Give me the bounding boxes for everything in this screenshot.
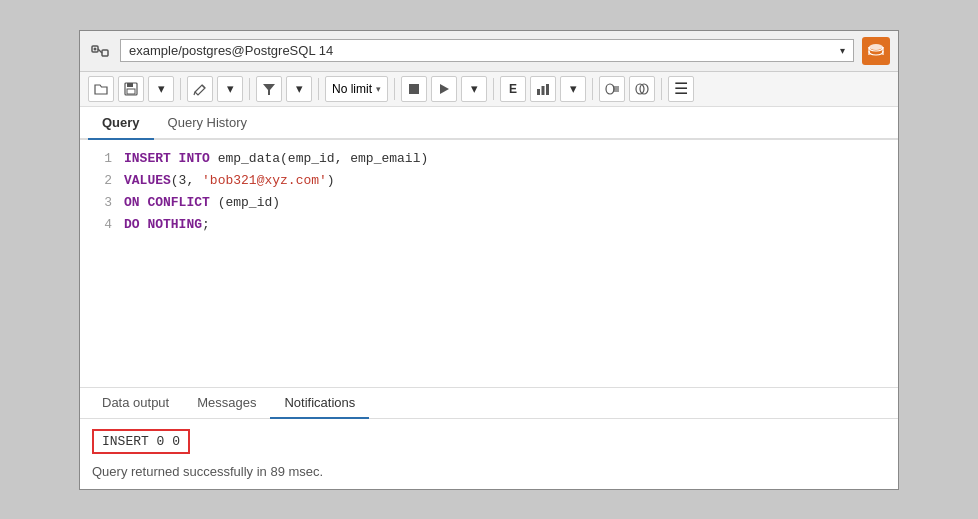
code-line-3: 3 ON CONFLICT (emp_id) bbox=[80, 192, 898, 214]
svg-rect-15 bbox=[537, 89, 540, 95]
main-window: example/postgres@PostgreSQL 14 ▾ ▾ ▾ bbox=[79, 30, 899, 490]
results-tabs-bar: Data output Messages Notifications bbox=[80, 388, 898, 419]
code-content-2: VALUES(3, 'bob321@xyz.com') bbox=[124, 170, 335, 192]
open-file-button[interactable] bbox=[88, 76, 114, 102]
svg-rect-9 bbox=[127, 89, 135, 94]
tab-notifications[interactable]: Notifications bbox=[270, 388, 369, 419]
stop-button[interactable] bbox=[401, 76, 427, 102]
code-line-4: 4 DO NOTHING; bbox=[80, 214, 898, 236]
caret-save-button[interactable]: ▾ bbox=[148, 76, 174, 102]
connection-icon bbox=[88, 39, 112, 63]
separator3 bbox=[318, 78, 319, 100]
save-button[interactable] bbox=[118, 76, 144, 102]
connection-bar: example/postgres@PostgreSQL 14 ▾ bbox=[80, 31, 898, 72]
insert-result-badge: INSERT 0 0 bbox=[92, 429, 190, 454]
connection-dropdown[interactable]: example/postgres@PostgreSQL 14 ▾ bbox=[120, 39, 854, 62]
svg-rect-13 bbox=[409, 84, 419, 94]
line-number-1: 1 bbox=[88, 148, 112, 170]
caret-filter-button[interactable]: ▾ bbox=[286, 76, 312, 102]
tab-messages[interactable]: Messages bbox=[183, 388, 270, 419]
svg-rect-1 bbox=[102, 50, 108, 56]
limit-dropdown[interactable]: No limit ▾ bbox=[325, 76, 388, 102]
chart-button[interactable] bbox=[530, 76, 556, 102]
tab-query[interactable]: Query bbox=[88, 107, 154, 140]
svg-marker-14 bbox=[440, 84, 449, 94]
svg-line-11 bbox=[194, 92, 195, 95]
menu-button[interactable]: ☰ bbox=[668, 76, 694, 102]
code-line-1: 1 INSERT INTO emp_data(emp_id, emp_email… bbox=[80, 148, 898, 170]
separator7 bbox=[661, 78, 662, 100]
database-server-icon bbox=[862, 37, 890, 65]
macros-button[interactable] bbox=[599, 76, 625, 102]
toolbar: ▾ ▾ ▾ No limit ▾ ▾ E ▾ bbox=[80, 72, 898, 107]
explain-button[interactable]: E bbox=[500, 76, 526, 102]
filter-button[interactable] bbox=[256, 76, 282, 102]
svg-rect-17 bbox=[546, 84, 549, 95]
separator6 bbox=[592, 78, 593, 100]
limit-label: No limit bbox=[332, 82, 372, 96]
caret-edit-button[interactable]: ▾ bbox=[217, 76, 243, 102]
line-number-3: 3 bbox=[88, 192, 112, 214]
results-area: Data output Messages Notifications INSER… bbox=[80, 388, 898, 489]
line-number-4: 4 bbox=[88, 214, 112, 236]
limit-caret-icon: ▾ bbox=[376, 84, 381, 94]
tab-data-output[interactable]: Data output bbox=[88, 388, 183, 419]
caret-run-button[interactable]: ▾ bbox=[461, 76, 487, 102]
edit-button[interactable] bbox=[187, 76, 213, 102]
connection-label: example/postgres@PostgreSQL 14 bbox=[129, 43, 333, 58]
run-button[interactable] bbox=[431, 76, 457, 102]
svg-rect-8 bbox=[127, 83, 133, 87]
code-line-2: 2 VALUES(3, 'bob321@xyz.com') bbox=[80, 170, 898, 192]
results-content: INSERT 0 0 Query returned successfully i… bbox=[80, 419, 898, 489]
code-editor[interactable]: 1 INSERT INTO emp_data(emp_id, emp_email… bbox=[80, 140, 898, 388]
svg-line-10 bbox=[202, 85, 205, 88]
tab-query-history[interactable]: Query History bbox=[154, 107, 261, 140]
separator4 bbox=[394, 78, 395, 100]
status-message: Query returned successfully in 89 msec. bbox=[92, 464, 886, 479]
line-number-2: 2 bbox=[88, 170, 112, 192]
svg-point-4 bbox=[869, 44, 883, 50]
svg-rect-16 bbox=[542, 86, 545, 95]
chevron-down-icon: ▾ bbox=[840, 45, 845, 56]
separator bbox=[180, 78, 181, 100]
query-tabs-bar: Query Query History bbox=[80, 107, 898, 140]
code-content-4: DO NOTHING; bbox=[124, 214, 210, 236]
caret-chart-button[interactable]: ▾ bbox=[560, 76, 586, 102]
separator5 bbox=[493, 78, 494, 100]
code-content-3: ON CONFLICT (emp_id) bbox=[124, 192, 280, 214]
svg-point-3 bbox=[94, 47, 97, 50]
svg-marker-12 bbox=[263, 84, 275, 95]
separator2 bbox=[249, 78, 250, 100]
code-content-1: INSERT INTO emp_data(emp_id, emp_email) bbox=[124, 148, 428, 170]
scratch-button[interactable] bbox=[629, 76, 655, 102]
svg-point-18 bbox=[606, 84, 614, 94]
